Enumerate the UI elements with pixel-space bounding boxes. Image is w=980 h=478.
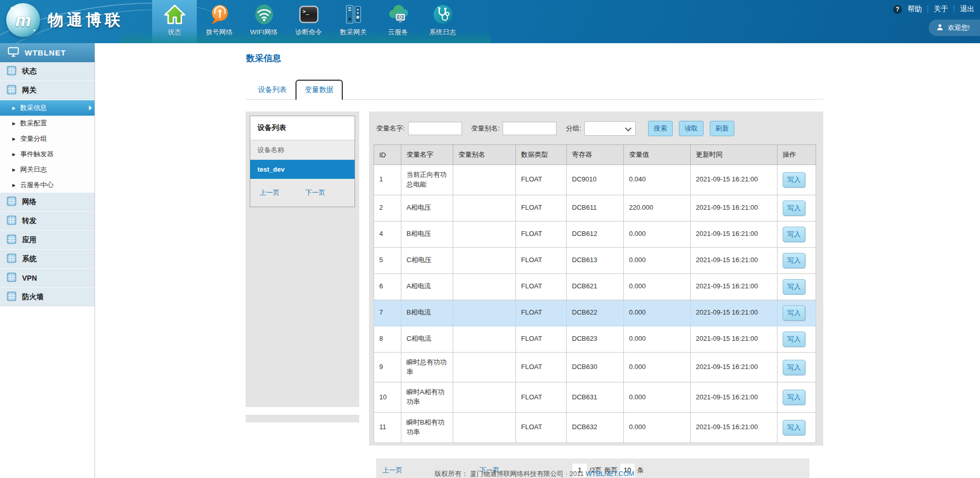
table-row[interactable]: 2 A相电压 FLOAT DCB611 220.000 2021-09-15 1… [374,195,816,221]
table-row[interactable]: 7 B相电流 FLOAT DCB622 0.000 2021-09-15 16:… [374,300,816,326]
nav-item[interactable]: 系统日志 [420,0,465,43]
table-row[interactable]: 10 瞬时A相有功功率 FLOAT DCB631 0.000 2021-09-1… [374,382,816,413]
cell-id: 6 [374,273,401,300]
read-button[interactable]: 读取 [679,121,704,136]
device-next-page-link[interactable]: 下一页 [305,188,325,197]
cell-id: 2 [374,195,401,221]
sidebar-subitem[interactable]: 云服务中心 [0,177,95,193]
write-button[interactable]: 写入 [783,279,805,295]
device-list-box: 设备列表 设备名称 test_dev 上一页 下一页 [250,116,355,207]
write-button[interactable]: 写入 [783,390,805,405]
unit-label: 条 [637,466,644,475]
variable-name-label: 变量名字: [376,124,405,133]
prev-page-link[interactable]: 上一页 [382,466,402,475]
top-nav: 状态 拨号网络 WIFI网络 >_ 诊断命令 数采网关 云服务 系统日志 [152,0,465,43]
help-icon[interactable]: ? [893,5,902,14]
device-list-item[interactable]: test_dev [250,160,355,179]
column-header: ID [374,145,401,165]
cell-alias [453,221,516,247]
home-icon [163,3,187,26]
write-button[interactable]: 写入 [783,360,805,375]
top-bar: m 物通博联 状态 拨号网络 WIFI网络 >_ 诊断命令 数采网关 云服务 系… [0,0,980,43]
nav-item[interactable]: WIFI网络 [242,0,286,43]
cell-value: 0.000 [624,352,691,382]
group-select[interactable] [584,121,636,136]
table-row[interactable]: 6 A相电流 FLOAT DCB621 0.000 2021-09-15 16:… [374,273,816,300]
tab-device-list[interactable]: 设备列表 [249,81,295,99]
write-button[interactable]: 写入 [783,332,805,347]
write-button[interactable]: 写入 [783,420,805,435]
table-row[interactable]: 1 当前正向有功总电能 FLOAT DC9010 0.040 2021-09-1… [374,165,816,195]
chevron-down-icon [625,125,632,132]
nav-item-label: 云服务 [388,28,408,37]
device-prev-page-link[interactable]: 上一页 [260,188,280,197]
sidebar-item-label: 网关 [22,86,36,95]
cell-updated: 2021-09-15 16:21:00 [691,326,778,352]
nav-item[interactable]: 数采网关 [331,0,376,43]
write-button[interactable]: 写入 [783,200,805,216]
cell-updated: 2021-09-15 16:21:00 [691,247,778,273]
table-row[interactable]: 4 B相电压 FLOAT DCB612 0.000 2021-09-15 16:… [374,221,816,247]
device-panel-footer-strip [246,415,359,422]
table-row[interactable]: 9 瞬时总有功功率 FLOAT DCB630 0.000 2021-09-15 … [374,352,816,382]
write-button[interactable]: 写入 [783,227,805,242]
device-pager: 上一页 下一页 [250,179,355,207]
variable-name-input[interactable] [408,122,462,135]
copyright-text: 版权所有： 厦门物通博联网络科技有限公司 [435,470,564,477]
grid-icon [7,85,16,96]
sidebar-subitem[interactable]: 网关日志 [0,162,95,177]
cell-name: B相电流 [401,300,453,326]
sidebar-subitem[interactable]: 变量分组 [0,131,95,146]
grid-icon [7,234,16,246]
table-row[interactable]: 8 C相电流 FLOAT DCB623 0.000 2021-09-15 16:… [374,326,816,352]
filter-bar: 变量名字: 变量别名: 分组: 搜索 读取 刷新 [374,119,817,138]
footer-site-link[interactable]: WTBLNET.COM [586,470,635,477]
sidebar-item[interactable]: VPN [0,269,95,288]
write-button[interactable]: 写入 [783,253,805,268]
table-row[interactable]: 5 C相电压 FLOAT DCB613 0.000 2021-09-15 16:… [374,247,816,273]
table-row[interactable]: 11 瞬时B相有功功率 FLOAT DCB632 0.000 2021-09-1… [374,413,816,443]
page-title: 数采信息 [246,52,823,64]
sidebar-item[interactable]: 系统 [0,250,95,269]
logout-link[interactable]: 退出 [960,5,974,14]
help-link[interactable]: 帮助 [908,5,922,14]
tab-variable-data[interactable]: 变量数据 [295,80,343,100]
cell-name: 瞬时A相有功功率 [401,382,453,413]
sidebar-item[interactable]: 转发 [0,212,95,231]
cell-updated: 2021-09-15 16:21:00 [691,221,778,247]
about-link[interactable]: 关于 [934,5,948,14]
search-button[interactable]: 搜索 [648,121,673,136]
cell-id: 10 [374,382,401,413]
sidebar-subitem[interactable]: 数采配置 [0,116,95,131]
cell-type: FLOAT [516,195,567,221]
device-list: test_dev [250,160,355,179]
nav-item[interactable]: 状态 [152,0,197,43]
sidebar-subitem[interactable]: 事件触发器 [0,146,95,162]
monitor-icon [8,47,19,59]
sidebar-item[interactable]: 应用 [0,231,95,250]
variable-alias-input[interactable] [503,122,557,135]
refresh-button[interactable]: 刷新 [710,121,734,136]
nav-item[interactable]: 云服务 [376,0,420,43]
cell-id: 8 [374,326,401,352]
sidebar-item[interactable]: 网络 [0,193,95,212]
app-window: m 物通博联 状态 拨号网络 WIFI网络 >_ 诊断命令 数采网关 云服务 系… [0,0,980,478]
welcome-badge[interactable]: 欢迎您! [929,20,980,36]
cell-alias [453,352,516,382]
sidebar-item[interactable]: 状态 [0,62,95,81]
nav-item-label: 系统日志 [430,28,456,37]
cell-name: 当前正向有功总电能 [401,165,453,195]
sidebar-item[interactable]: 网关 [0,81,95,100]
sidebar-subitem[interactable]: 数采信息 [0,100,95,116]
nav-item[interactable]: 拨号网络 [197,0,242,43]
welcome-text: 欢迎您! [948,23,970,32]
cell-value: 220.000 [624,195,691,221]
write-button[interactable]: 写入 [783,305,805,321]
cell-type: FLOAT [516,165,567,195]
sidebar-item[interactable]: 防火墙 [0,288,95,307]
nav-item[interactable]: >_ 诊断命令 [286,0,331,43]
cell-register: DCB631 [567,382,624,413]
sidebar-item-label: 数采配置 [20,119,47,128]
write-button[interactable]: 写入 [783,172,805,188]
tab-bar: 设备列表 变量数据 [246,80,823,100]
